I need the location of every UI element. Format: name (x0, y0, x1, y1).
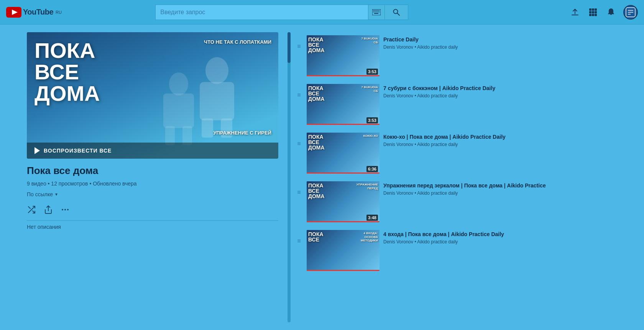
list-item[interactable]: ≡ ПОКАВСЕДОМА 7 BUKUDIAСБ 3:53 Practice … (294, 32, 617, 79)
video-info-5: 4 входа | Пока все дома | Aikido Practic… (383, 230, 616, 245)
action-icons-row (27, 204, 278, 216)
drag-handle-icon[interactable]: ≡ (295, 84, 303, 99)
video-title-3: Кокю-хо | Пока все дома | Aikido Practic… (383, 133, 616, 140)
progress-bar-1 (307, 75, 380, 76)
progress-bar-5 (307, 270, 380, 271)
notifications-button[interactable] (605, 6, 617, 18)
video-duration-3: 6:36 (366, 166, 378, 172)
list-item[interactable]: ≡ ПОКАВСЕ 4 ВХОДА:ОСНОВАМЕТОДИКИ 4 входа… (294, 227, 617, 274)
thumb-sub-label-3: КОКЮ-ХО (363, 134, 378, 138)
video-channel-2: Denis Voronov • Aikido practice daily (383, 93, 616, 99)
thumb-label-1: ПОКАВСЕДОМА (308, 37, 325, 53)
list-item[interactable]: ≡ ПОКАВСЕДОМА УПРАЖНЕНИЕПЕРЕД 3:48 Упраж… (294, 178, 617, 225)
play-triangle-icon (34, 147, 40, 154)
playlist-meta: 9 видео • 12 просмотров • Обновлено вчер… (27, 181, 278, 187)
video-info-3: Кокю-хо | Пока все дома | Aikido Practic… (383, 133, 616, 147)
keyboard-button[interactable] (368, 5, 384, 20)
svg-rect-11 (375, 11, 376, 12)
header-actions (569, 5, 638, 20)
thumb-sub-label-4: УПРАЖНЕНИЕПЕРЕД (356, 183, 378, 190)
search-area (155, 5, 408, 20)
svg-rect-7 (378, 10, 378, 11)
drag-handle-icon[interactable]: ≡ (295, 133, 303, 147)
main-content: ПОКА ВСЕ ДОМА ЧТО НЕ ТАК С ЛОПАТКАМИ УПР… (0, 25, 644, 330)
svg-rect-3 (373, 10, 374, 11)
thumb-label-2: ПОКАВСЕДОМА (308, 85, 325, 102)
share-button[interactable] (44, 205, 53, 214)
svg-rect-9 (373, 11, 374, 12)
logo-ru: RU (56, 10, 62, 15)
svg-rect-10 (374, 11, 375, 12)
video-list: ≡ ПОКАВСЕДОМА 7 BUKUDIAСБ 3:53 Practice … (288, 32, 617, 274)
video-channel-3: Denis Voronov • Aikido practice daily (383, 142, 616, 147)
video-info-4: Упражнения перед зеркалом | Пока все дом… (383, 181, 616, 196)
thumb-bottom-right-text: УПРАЖНЕНИЕ С ГИРЕЙ (213, 130, 271, 136)
playlist-info: Пока все дома 9 видео • 12 просмотров • … (27, 159, 278, 233)
video-thumbnail-4: ПОКАВСЕДОМА УПРАЖНЕНИЕПЕРЕД 3:48 (307, 181, 380, 222)
svg-rect-6 (376, 10, 377, 11)
scrollbar-track[interactable] (288, 32, 291, 322)
video-thumbnail-5: ПОКАВСЕ 4 ВХОДА:ОСНОВАМЕТОДИКИ (307, 230, 380, 271)
thumb-top-right-text: ЧТО НЕ ТАК С ЛОПАТКАМИ (204, 39, 271, 46)
play-all-button[interactable]: ВОСПРОИЗВЕСТИ ВСЕ (27, 143, 278, 159)
video-title-1: Practice Daily (383, 36, 616, 43)
share-label: По ссылке (27, 191, 53, 197)
video-channel-1: Denis Voronov • Aikido practice daily (383, 44, 616, 50)
playlist-thumbnail[interactable]: ПОКА ВСЕ ДОМА ЧТО НЕ ТАК С ЛОПАТКАМИ УПР… (27, 32, 278, 159)
thumb-sub-label-1: 7 BUKUDIAСБ (361, 37, 378, 44)
thumb-sub-label-2: 7 BUKUDIAСБ (361, 85, 378, 93)
list-item[interactable]: ≡ ПОКАВСЕДОМА КОКЮ-ХО 6:36 Кокю-хо | Пок… (294, 130, 617, 177)
youtube-logo-icon[interactable] (6, 7, 21, 18)
svg-rect-4 (374, 10, 375, 11)
right-panel: ≡ ПОКАВСЕДОМА 7 BUKUDIAСБ 3:53 Practice … (288, 32, 617, 322)
video-channel-4: Denis Voronov • Aikido practice daily (383, 190, 616, 196)
left-panel: ПОКА ВСЕ ДОМА ЧТО НЕ ТАК С ЛОПАТКАМИ УПР… (27, 32, 288, 322)
video-duration-4: 3:48 (366, 215, 378, 221)
scrollbar-thumb[interactable] (288, 32, 291, 63)
svg-rect-21 (595, 8, 597, 11)
drag-handle-icon[interactable]: ≡ (295, 35, 303, 50)
header: YouTubeRU (0, 0, 644, 25)
share-row: По ссылке ▾ (27, 191, 278, 197)
search-input[interactable] (160, 9, 363, 16)
svg-point-43 (67, 209, 69, 210)
svg-line-17 (398, 13, 400, 15)
apps-button[interactable] (587, 7, 599, 18)
thumb-sub-label-5: 4 ВХОДА:ОСНОВАМЕТОДИКИ (361, 231, 378, 243)
dropdown-arrow-icon[interactable]: ▾ (55, 192, 58, 197)
svg-rect-14 (379, 11, 380, 12)
logo-text: YouTube (23, 8, 53, 16)
svg-rect-24 (595, 11, 597, 13)
svg-rect-27 (595, 14, 597, 16)
video-duration-2: 3:53 (366, 117, 378, 123)
drag-handle-icon[interactable]: ≡ (295, 230, 303, 245)
svg-point-41 (62, 209, 63, 210)
search-button[interactable] (384, 5, 408, 20)
upload-button[interactable] (569, 6, 581, 18)
drag-handle-icon[interactable]: ≡ (295, 181, 303, 196)
list-item[interactable]: ≡ ПОКАВСЕДОМА 7 BUKUDIAСБ 3:53 7 субури … (294, 81, 617, 128)
person-silhouette-2 (148, 71, 209, 147)
video-thumbnail-1: ПОКАВСЕДОМА 7 BUKUDIAСБ 3:53 (307, 35, 380, 76)
video-title-5: 4 входа | Пока все дома | Aikido Practic… (383, 231, 616, 238)
video-duration-1: 3:53 (366, 69, 378, 75)
svg-rect-8 (379, 10, 380, 11)
svg-rect-15 (374, 13, 378, 14)
svg-rect-25 (589, 14, 591, 16)
search-input-wrap (155, 5, 368, 20)
shuffle-button[interactable] (27, 205, 36, 214)
avatar[interactable] (623, 5, 638, 20)
thumb-label-3: ПОКАВСЕДОМА (308, 134, 325, 150)
thumb-label-5: ПОКАВСЕ (308, 231, 324, 242)
video-title-4: Упражнения перед зеркалом | Пока все дом… (383, 182, 616, 189)
more-options-button[interactable] (61, 205, 70, 214)
description-label: Нет описания (27, 220, 278, 230)
video-info-1: Practice Daily Denis Voronov • Aikido pr… (383, 35, 616, 50)
play-all-label: ВОСПРОИЗВЕСТИ ВСЕ (44, 148, 112, 154)
svg-rect-19 (589, 8, 591, 11)
progress-bar-4 (307, 221, 380, 222)
video-thumbnail-2: ПОКАВСЕДОМА 7 BUKUDIAСБ 3:53 (307, 84, 380, 125)
svg-rect-22 (589, 11, 591, 13)
video-info-2: 7 субури с боккэном | Aikido Practice Da… (383, 84, 616, 99)
svg-rect-12 (376, 11, 377, 12)
